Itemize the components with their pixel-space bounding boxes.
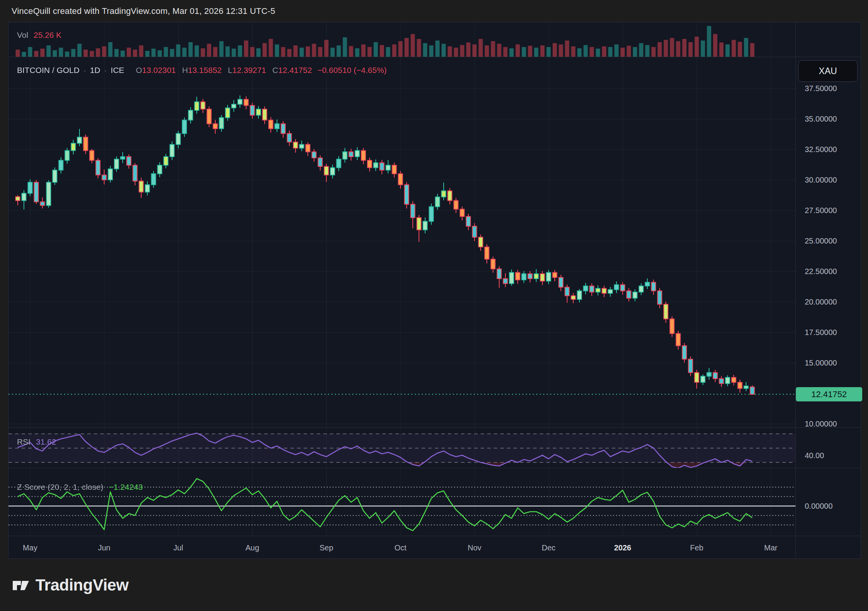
price-axis-label: 20.00000 [805,298,837,306]
pane-separator [8,22,861,22]
time-axis-label: Dec [542,543,556,552]
ohlc-key: L [228,66,233,74]
ohlc-key: O [136,66,142,74]
pane-separator[interactable] [8,468,861,468]
time-axis-label: 2026 [614,543,632,552]
price-axis-label: 37.50000 [805,84,837,93]
volume-label: Vol [17,30,28,40]
zscore-label[interactable]: Z Score (20, 2, 1, close) [17,482,103,492]
symbol-legend: BITCOIN / GOLD · 1D · ICE O13.02301H13.1… [17,66,387,75]
price-axis-label: 10.00000 [805,420,837,428]
rsi-legend: RSI 31.62 [17,437,56,447]
change-value: −0.60510 (−4.65%) [317,66,387,75]
rsi-pane-canvas[interactable] [8,428,795,468]
tradingview-snapshot: VinceQuill created with TradingView.com,… [0,0,868,611]
ohlc-value: 13.02301 [142,66,176,74]
symbol-badge-text: XAU [819,66,837,76]
footer-bar: TradingView [0,559,868,611]
legend-separator: · [83,66,86,75]
time-axis-label: May [23,543,37,552]
tradingview-logo[interactable]: TradingView [12,576,128,594]
time-axis-label: Jul [173,543,183,552]
volume-pane-canvas[interactable] [8,22,795,57]
volume-value: 25.26 K [34,30,61,40]
price-axis-label: 35.00000 [805,115,837,124]
zscore-axis-label: 0.00000 [805,502,833,511]
time-axis[interactable]: MayJunJulAugSepOctNovDec2026FebMar [8,536,861,559]
price-scale-border[interactable] [795,22,796,559]
price-axis-label: 15.00000 [805,359,837,367]
pane-separator[interactable] [8,427,861,428]
tradingview-logo-icon [12,576,30,594]
symbol-badge: XAU [798,60,858,82]
rsi-label[interactable]: RSI [17,437,30,447]
price-axis-label: 22.50000 [805,267,837,276]
zscore-legend: Z Score (20, 2, 1, close) −1.24243 [17,482,143,492]
time-axis-label: Nov [468,543,481,552]
current-price-text: 12.41752 [811,389,847,399]
time-axis-label: Feb [690,543,703,552]
price-axis-label: 32.50000 [805,145,837,154]
zscore-pane-canvas[interactable] [8,468,795,536]
legend-separator: · [104,66,107,75]
chart-widget: Vol 25.26 K BITCOIN / GOLD · 1D · ICE O1… [8,22,861,559]
time-axis-label: Aug [245,543,259,552]
price-pane-canvas[interactable] [8,57,795,427]
rsi-value: 31.62 [36,437,56,447]
zscore-value: −1.24243 [109,482,143,492]
pane-border-left [8,22,8,559]
volume-legend: Vol 25.26 K [17,30,62,40]
price-axis-label: 27.50000 [805,206,837,215]
pane-border-right [861,22,861,559]
attribution-bar: VinceQuill created with TradingView.com,… [0,0,868,22]
rsi-axis-label: 40.00 [805,451,824,460]
price-axis-label: 30.00000 [805,176,837,184]
ohlc-key: C [272,66,278,74]
legend-interval[interactable]: 1D [90,66,100,75]
time-axis-label: Sep [319,543,333,552]
time-axis-label: Oct [394,543,406,552]
time-axis-label: Jun [98,543,110,552]
price-axis-label: 17.50000 [805,328,837,337]
ohlc-value: 13.15852 [188,66,222,74]
ohlc-value: 12.41752 [278,66,312,74]
price-axis-label: 25.00000 [805,237,837,245]
symbol-title[interactable]: BITCOIN / GOLD [17,66,79,75]
ohlc-value: 12.39271 [232,66,266,74]
ohlc-key: H [182,66,188,74]
ohlc-values: O13.02301H13.15852L12.39271C12.41752 [130,66,312,75]
attribution-text: VinceQuill created with TradingView.com,… [12,6,275,16]
pane-separator[interactable] [8,57,861,57]
legend-exchange: ICE [111,66,124,75]
time-axis-label: Mar [764,543,777,552]
current-price-badge: 12.41752 [796,387,862,401]
tradingview-logo-text: TradingView [35,576,128,594]
